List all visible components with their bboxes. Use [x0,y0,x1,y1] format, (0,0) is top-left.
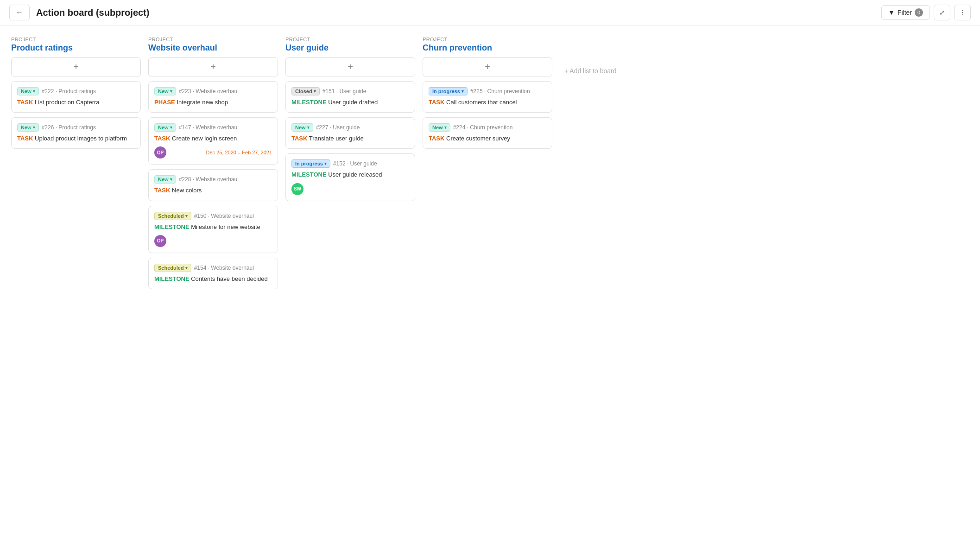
card-card-224[interactable]: New ▾ #224 · Churn prevention TASK Creat… [423,117,552,149]
project-name[interactable]: Product ratings [11,43,141,53]
add-card-button[interactable]: + [11,57,141,76]
column-header: Project User guide [285,37,415,53]
card-number: #154 · Website overhaul [194,265,254,271]
more-button[interactable]: ⋮ [954,5,971,20]
card-title: TASK Create new login screen [154,134,272,143]
card-number: #225 · Churn prevention [470,88,530,95]
card-card-151[interactable]: Closed ▾ #151 · User guide MILESTONE Use… [285,81,415,113]
card-card-223[interactable]: New ▾ #223 · Website overhaul PHASE Inte… [148,81,278,113]
status-badge[interactable]: New ▾ [17,123,39,132]
card-card-222[interactable]: New ▾ #222 · Product ratings TASK List p… [11,81,141,113]
avatar: OP [154,235,166,247]
status-badge[interactable]: New ▾ [154,87,176,95]
status-badge[interactable]: New ▾ [429,123,450,132]
status-badge[interactable]: Closed ▾ [291,87,320,95]
card-footer: OP [154,235,272,247]
card-meta: Scheduled ▾ #154 · Website overhaul [154,264,272,272]
card-card-227[interactable]: New ▾ #227 · User guide TASK Translate u… [285,117,415,149]
project-name[interactable]: Churn prevention [423,43,552,53]
card-type: TASK [17,135,33,142]
card-card-226[interactable]: New ▾ #226 · Product ratings TASK Upload… [11,117,141,149]
add-card-button[interactable]: + [423,57,552,76]
status-badge[interactable]: New ▾ [154,123,176,132]
chevron-down-icon: ▾ [170,177,172,182]
card-title: MILESTONE User guide released [291,171,409,179]
header-actions: ▼ Filter 0 ⤢ ⋮ [881,5,971,20]
card-title: TASK Create customer survey [429,134,546,143]
card-number: #150 · Website overhaul [194,213,254,219]
status-badge[interactable]: New ▾ [291,123,313,132]
status-badge[interactable]: Scheduled ▾ [154,264,191,272]
card-title: MILESTONE Milestone for new website [154,223,272,231]
card-meta: New ▾ #147 · Website overhaul [154,123,272,132]
card-card-154[interactable]: Scheduled ▾ #154 · Website overhaul MILE… [148,258,278,289]
card-card-152[interactable]: In progress ▾ #152 · User guide MILESTON… [285,153,415,201]
column-website-overhaul: Project Website overhaul + New ▾ #223 · … [148,37,278,294]
card-card-150[interactable]: Scheduled ▾ #150 · Website overhaul MILE… [148,206,278,253]
chevron-down-icon: ▾ [170,89,172,94]
filter-count: 0 [915,8,923,17]
expand-button[interactable]: ⤢ [934,5,950,20]
chevron-down-icon: ▾ [185,214,188,218]
add-card-button[interactable]: + [285,57,415,76]
chevron-down-icon: ▾ [33,89,35,94]
status-badge[interactable]: In progress ▾ [429,87,468,95]
card-type: TASK [429,99,444,106]
card-meta: New ▾ #228 · Website overhaul [154,175,272,184]
board: Project Product ratings + New ▾ #222 · P… [0,25,980,305]
card-number: #227 · User guide [316,124,360,131]
card-type: TASK [429,135,444,142]
card-type: TASK [154,187,170,194]
status-badge[interactable]: In progress ▾ [291,159,330,168]
column-header: Project Website overhaul [148,37,278,53]
chevron-down-icon: ▾ [185,266,188,270]
card-card-147[interactable]: New ▾ #147 · Website overhaul TASK Creat… [148,117,278,165]
card-card-225[interactable]: In progress ▾ #225 · Churn prevention TA… [423,81,552,113]
card-type: MILESTONE [154,275,190,282]
card-meta: In progress ▾ #225 · Churn prevention [429,87,546,95]
chevron-down-icon: ▾ [33,125,35,130]
card-title: TASK New colors [154,186,272,195]
project-label: Project [11,37,141,42]
project-name[interactable]: Website overhaul [148,43,278,53]
chevron-down-icon: ▾ [444,125,447,130]
date-range: Dec 25, 2020 – Feb 27, 2021 [206,150,272,155]
card-meta: In progress ▾ #152 · User guide [291,159,409,168]
card-number: #224 · Churn prevention [453,124,513,131]
card-meta: Scheduled ▾ #150 · Website overhaul [154,212,272,220]
page-title: Action board (subproject) [36,7,881,18]
project-label: Project [423,37,552,42]
project-name[interactable]: User guide [285,43,415,53]
card-number: #151 · User guide [322,88,367,95]
card-type: MILESTONE [291,99,327,106]
back-button[interactable]: ← [9,5,30,20]
add-card-button[interactable]: + [148,57,278,76]
add-list-button[interactable]: + Add list to board [560,63,621,79]
chevron-down-icon: ▾ [324,161,327,166]
card-meta: New ▾ #222 · Product ratings [17,87,135,95]
filter-button[interactable]: ▼ Filter 0 [881,5,930,20]
card-type: PHASE [154,99,175,106]
card-type: TASK [154,135,170,142]
status-badge[interactable]: Scheduled ▾ [154,212,191,220]
status-badge[interactable]: New ▾ [17,87,39,95]
column-churn-prevention: Project Churn prevention + In progress ▾… [423,37,552,153]
filter-icon: ▼ [888,9,895,16]
status-badge[interactable]: New ▾ [154,175,176,184]
card-meta: New ▾ #226 · Product ratings [17,123,135,132]
column-header: Project Churn prevention [423,37,552,53]
card-type: MILESTONE [291,171,327,178]
card-type: TASK [17,99,33,106]
column-user-guide: Project User guide + Closed ▾ #151 · Use… [285,37,415,206]
card-meta: New ▾ #224 · Churn prevention [429,123,546,132]
card-title: TASK Translate user guide [291,134,409,143]
card-number: #147 · Website overhaul [179,124,239,131]
card-number: #152 · User guide [333,160,377,167]
card-title: TASK Upload product images to platform [17,134,135,143]
card-meta: New ▾ #227 · User guide [291,123,409,132]
card-title: TASK Call customers that cancel [429,98,546,107]
card-type: MILESTONE [154,223,190,230]
avatar: SW [291,183,303,195]
card-number: #222 · Product ratings [42,88,96,95]
card-card-228[interactable]: New ▾ #228 · Website overhaul TASK New c… [148,169,278,201]
